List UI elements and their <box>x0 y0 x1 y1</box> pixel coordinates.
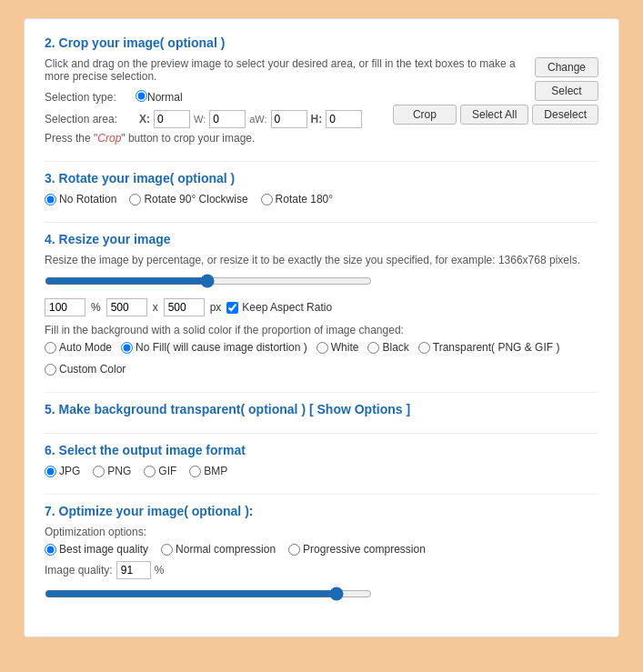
crop-button[interactable]: Crop <box>393 105 457 125</box>
deselect-button[interactable]: Deselect <box>532 105 598 125</box>
crop-hint: Press the "Crop" button to crop your ima… <box>45 132 517 145</box>
keep-ratio-label[interactable]: Keep Aspect Ratio <box>226 301 332 314</box>
rotate-option-1[interactable]: Rotate 90° Clockwise <box>129 193 247 206</box>
resize-slider[interactable] <box>45 274 372 288</box>
format-radio-3[interactable] <box>189 466 201 477</box>
h-label: H: <box>311 113 323 125</box>
bg-label-3: Black <box>382 341 408 354</box>
keep-ratio-text: Keep Aspect Ratio <box>242 301 332 314</box>
format-option-2[interactable]: GIF <box>144 465 176 477</box>
w-input[interactable] <box>209 110 246 128</box>
quality-slider[interactable] <box>45 587 372 601</box>
quality-input[interactable] <box>116 561 151 579</box>
px-label: px <box>210 301 222 314</box>
format-option-3[interactable]: BMP <box>189 465 227 477</box>
transparent-section: 5. Make background transparent( optional… <box>45 402 598 416</box>
optimize-radio-0[interactable] <box>45 544 56 556</box>
selection-type-value: Normal <box>147 91 183 104</box>
rotate-label-2: Rotate 180° <box>276 193 334 206</box>
optimize-radio-1[interactable] <box>161 544 173 556</box>
width-input[interactable] <box>106 298 147 316</box>
optimize-label-0: Best image quality <box>59 543 148 556</box>
bg-option-2[interactable]: White <box>316 341 359 354</box>
quality-row: Image quality: % <box>45 561 598 579</box>
rotate-radio-0[interactable] <box>45 194 56 206</box>
optimize-options-row: Best image quality Normal compression Pr… <box>45 543 598 556</box>
bg-fill-desc: Fill in the background with a solid colo… <box>45 324 598 336</box>
rotate-option-0[interactable]: No Rotation <box>45 193 116 206</box>
selection-type-label: Selection type: <box>45 91 136 104</box>
rotate-radio-2[interactable] <box>261 194 273 206</box>
resize-section: 4. Resize your image Resize the image by… <box>45 232 598 376</box>
format-row: JPG PNG GIF BMP <box>45 465 598 477</box>
crop-hint-word: Crop <box>97 132 121 145</box>
bg-radio-1[interactable] <box>121 342 133 354</box>
bg-option-4[interactable]: Transparent( PNG & GIF ) <box>418 341 560 354</box>
format-label-0: JPG <box>59 465 80 477</box>
bg-option-3[interactable]: Black <box>367 341 408 354</box>
format-option-1[interactable]: PNG <box>93 465 131 477</box>
format-title: 6. Select the output image format <box>45 443 598 457</box>
resize-inputs-row: % x px Keep Aspect Ratio <box>45 298 598 316</box>
format-label-3: BMP <box>204 465 227 477</box>
bg-label-1: No Fill( will cause image distortion ) <box>136 341 307 354</box>
format-radio-2[interactable] <box>144 466 156 477</box>
percent-symbol: % <box>91 301 101 314</box>
bg-option-0[interactable]: Auto Mode <box>45 341 112 354</box>
selection-type-radio <box>136 90 147 105</box>
x-separator: x <box>153 301 158 314</box>
crop-btn-row: Crop Select All Deselect <box>393 105 598 125</box>
bg-radio-5[interactable] <box>45 364 56 376</box>
optimize-option-0[interactable]: Best image quality <box>45 543 148 556</box>
selection-area-label: Selection area: <box>45 113 136 125</box>
resize-slider-container <box>45 274 372 291</box>
quality-slider-container <box>45 587 372 604</box>
percent-input[interactable] <box>45 298 85 316</box>
format-option-0[interactable]: JPG <box>45 465 80 477</box>
transparent-title-text: 5. Make background transparent( optional… <box>45 402 306 416</box>
resize-desc: Resize the image by percentage, or resiz… <box>45 254 598 266</box>
bg-radio-0[interactable] <box>45 342 56 354</box>
optimize-option-1[interactable]: Normal compression <box>161 543 276 556</box>
bg-radio-3[interactable] <box>367 342 379 354</box>
bg-label-2: White <box>331 341 359 354</box>
show-options-link[interactable]: [ Show Options ] <box>309 402 410 416</box>
x-input[interactable] <box>154 110 190 128</box>
selection-type-radio-input[interactable] <box>136 90 147 102</box>
rotate-radio-1[interactable] <box>129 194 141 206</box>
bg-fill-row: Auto Mode No Fill( will cause image dist… <box>45 341 598 376</box>
rotate-title: 3. Rotate your image( optional ) <box>45 171 598 186</box>
optimize-label-2: Progressive compression <box>303 543 426 556</box>
quality-label: Image quality: <box>45 564 113 577</box>
bg-radio-4[interactable] <box>418 342 430 354</box>
optimize-option-2[interactable]: Progressive compression <box>288 543 426 556</box>
bg-radio-2[interactable] <box>316 342 328 354</box>
optimize-label-1: Normal compression <box>176 543 276 556</box>
optimize-radio-2[interactable] <box>288 544 300 556</box>
main-card: 2. Crop your image( optional ) Click and… <box>24 18 619 637</box>
rotate-option-2[interactable]: Rotate 180° <box>261 193 334 206</box>
rotate-label-0: No Rotation <box>59 193 116 206</box>
optimize-options-label: Optimization options: <box>45 526 598 538</box>
bg-option-1[interactable]: No Fill( will cause image distortion ) <box>121 341 307 354</box>
format-radio-0[interactable] <box>45 466 56 477</box>
bg-label-4: Transparent( PNG & GIF ) <box>433 341 560 354</box>
rotate-label-1: Rotate 90° Clockwise <box>144 193 247 206</box>
change-button[interactable]: Change <box>535 57 598 77</box>
select-all-button[interactable]: Select All <box>460 105 528 125</box>
aw-label: aW: <box>249 114 266 125</box>
height-input[interactable] <box>164 298 205 316</box>
crop-section: 2. Crop your image( optional ) Click and… <box>45 35 598 145</box>
aw-input[interactable] <box>271 110 307 128</box>
keep-ratio-checkbox[interactable] <box>226 302 238 314</box>
bg-option-5[interactable]: Custom Color <box>45 363 126 376</box>
h-input[interactable] <box>326 110 362 128</box>
w-label: W: <box>194 114 206 125</box>
optimize-section: 7. Optimize your image( optional ): Opti… <box>45 504 598 604</box>
select-button[interactable]: Select <box>535 81 598 101</box>
x-label: X: <box>139 113 150 125</box>
transparent-title: 5. Make background transparent( optional… <box>45 402 598 416</box>
resize-title: 4. Resize your image <box>45 232 598 246</box>
quality-unit: % <box>155 564 165 577</box>
format-radio-1[interactable] <box>93 466 105 477</box>
